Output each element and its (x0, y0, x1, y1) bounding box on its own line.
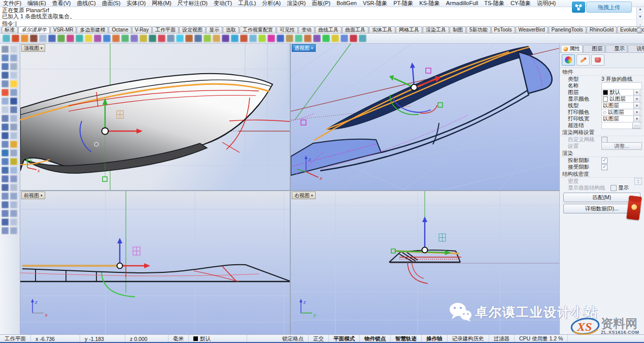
print-color-select[interactable]: ◇ 以图层 ▼ (601, 109, 642, 116)
menu-item[interactable]: CY-随象 (507, 0, 534, 7)
viewport-label-top[interactable]: 顶视图▾ (21, 44, 45, 52)
toolbar-icon[interactable] (204, 35, 211, 42)
toolbar-tab[interactable]: 曲面工具 (342, 26, 368, 33)
tool-icon[interactable] (2, 184, 9, 191)
tool-icon[interactable] (10, 98, 17, 105)
dropdown-arrow-icon[interactable]: ▼ (633, 115, 640, 122)
tool-icon[interactable] (10, 219, 17, 226)
toolbar-icon[interactable] (66, 35, 74, 42)
toolbar-tab[interactable]: 设定视图 (179, 26, 206, 33)
status-toggle[interactable]: 记录建构历史 (448, 335, 489, 342)
tool-icon[interactable] (2, 132, 9, 139)
perspective-view-canvas[interactable]: z x (291, 44, 559, 190)
toolbar-tab[interactable]: 变动 (298, 26, 315, 33)
toolbar-tab[interactable]: 显示 (206, 26, 222, 33)
menu-item[interactable]: BoltGen (333, 0, 360, 7)
tool-icon[interactable] (2, 63, 9, 70)
toolbar-icon[interactable] (249, 35, 257, 42)
tool-icon[interactable] (2, 80, 9, 87)
tool-icon[interactable] (10, 123, 17, 131)
panel-tab[interactable]: 说明 (628, 45, 644, 52)
menu-item[interactable]: 渲染(R) (284, 0, 309, 7)
toolbar-icon[interactable] (286, 35, 293, 42)
tool-icon[interactable] (10, 149, 17, 157)
tool-icon[interactable] (2, 54, 9, 61)
toolbar-tab[interactable]: 曲线工具 (315, 26, 342, 33)
menu-item[interactable]: KS-随象 (416, 0, 443, 7)
tool-icon[interactable] (10, 115, 17, 122)
toolbar-tab[interactable]: PanelingTools (549, 26, 586, 33)
toolbar-icon[interactable] (350, 35, 357, 42)
dropdown-arrow-icon[interactable]: ▼ (633, 89, 640, 96)
status-toggle[interactable]: 操作轴 (422, 335, 448, 342)
tool-icon[interactable] (10, 89, 17, 96)
toolbar-icon[interactable] (121, 35, 129, 42)
status-toggle[interactable]: CPU 使用量 1.2 % (515, 335, 568, 342)
scroll-down-icon[interactable]: ▼ (638, 15, 642, 18)
toolbar-icon[interactable] (240, 35, 248, 42)
current-layer[interactable]: 默认 (189, 335, 247, 342)
browse-button[interactable]: ... (632, 122, 640, 129)
toolbar-icon[interactable] (313, 35, 321, 42)
viewport-perspective[interactable]: z x 透视图▾ (291, 44, 559, 190)
tool-icon[interactable] (10, 80, 17, 87)
toolbar-icon[interactable] (295, 35, 302, 42)
tool-icon[interactable] (2, 167, 9, 174)
paint-button[interactable] (591, 54, 604, 66)
tool-icon[interactable] (10, 54, 17, 61)
status-toggle[interactable]: 过滤器 (489, 335, 515, 342)
tool-icon[interactable] (10, 210, 17, 217)
tool-icon[interactable] (2, 123, 9, 131)
tool-icon[interactable] (10, 175, 17, 182)
toolbar-icon[interactable] (130, 35, 138, 42)
layer-select[interactable]: 默认 ▼ (601, 89, 642, 96)
toolbar-icon[interactable] (222, 35, 229, 42)
toolbar-tab[interactable]: 标准 (2, 26, 18, 33)
cplane-button[interactable]: 工作平面 (0, 335, 31, 342)
menu-item[interactable]: 面板(P) (309, 0, 333, 7)
tool-icon[interactable] (10, 141, 17, 148)
toolbar-icon[interactable] (149, 35, 156, 42)
toolbar-icon[interactable] (194, 35, 202, 42)
toolbar-icon[interactable] (57, 35, 65, 42)
menu-item[interactable]: 说明(H) (534, 0, 559, 7)
dropdown-arrow-icon[interactable]: ▼ (633, 102, 640, 109)
show-isocurves-checkbox[interactable] (611, 185, 617, 191)
dropdown-arrow-icon[interactable]: ▼ (633, 109, 640, 116)
toolbar-tab[interactable]: PsTools (491, 26, 515, 33)
toolbar-icon[interactable] (258, 35, 266, 42)
tool-icon[interactable] (2, 72, 9, 79)
panel-tab[interactable]: 显示 (605, 45, 627, 52)
toolbar-tab[interactable]: 多边形建模 (77, 26, 108, 33)
menu-item[interactable]: 尺寸标注(D) (175, 0, 211, 7)
toolbar-tab[interactable]: 选取 (223, 26, 239, 33)
menu-item[interactable]: 工具(L) (235, 0, 259, 7)
toolbar-tab[interactable]: Octane (109, 26, 131, 33)
color-wheel-button[interactable] (562, 54, 575, 66)
toolbar-icon[interactable] (76, 35, 83, 42)
toolbar-tab[interactable]: V-Ray (132, 26, 152, 33)
toolbar-icon[interactable] (231, 35, 239, 42)
toolbar-icon[interactable] (341, 35, 348, 42)
scroll-up-icon[interactable]: ▲ (638, 7, 642, 11)
toolbar-tab[interactable]: 可见性 (277, 26, 298, 33)
menu-item[interactable]: 变动(T) (211, 0, 235, 7)
display-color-select[interactable]: 以图层 ▼ (601, 96, 642, 103)
top-view-canvas[interactable]: y x (20, 44, 290, 190)
toolbar-tab[interactable]: 工作视窗配置 (240, 26, 276, 33)
print-width-select[interactable]: 以图层 ▼ (601, 115, 642, 122)
hyperlink-input[interactable]: ... (601, 122, 642, 129)
units-indicator[interactable]: 毫米 (168, 335, 189, 342)
adjust-mesh-button[interactable]: 调整... (601, 142, 642, 150)
tool-icon[interactable] (10, 201, 17, 208)
toolbar-icon[interactable] (103, 35, 111, 42)
toolbar-icon[interactable] (158, 35, 165, 42)
viewport-front[interactable]: z x 前视图▾ (20, 191, 290, 334)
viewport-label-perspective[interactable]: 透视图▾ (292, 44, 316, 52)
menu-item[interactable]: 查看(V) (49, 0, 74, 7)
front-view-canvas[interactable]: z x (20, 191, 290, 334)
status-toggle[interactable]: 正交 (309, 335, 329, 342)
toolbar-icon[interactable] (85, 35, 92, 42)
toolbar-tab[interactable]: 工作平面 (152, 26, 179, 33)
tool-icon[interactable] (2, 149, 9, 157)
